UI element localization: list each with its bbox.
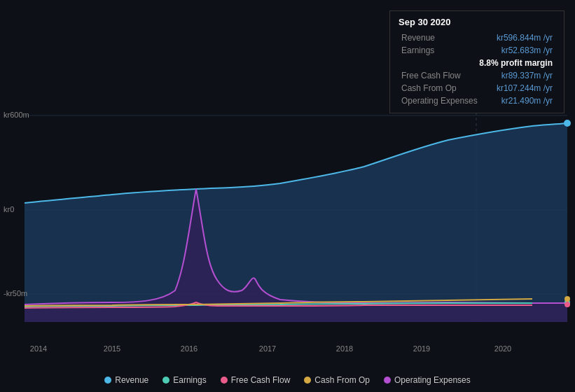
tooltip-row-profit-margin: 8.8% profit margin: [399, 57, 555, 69]
y-label-600m: kr600m: [4, 111, 29, 119]
chart-container: kr600m kr0 -kr50m 2014 2015 2016 2017 20…: [0, 0, 575, 392]
x-label-2020: 2020: [494, 344, 511, 353]
x-label-2018: 2018: [336, 344, 353, 353]
chart-legend: Revenue Earnings Free Cash Flow Cash Fro…: [0, 375, 575, 385]
x-label-2016: 2016: [181, 344, 198, 353]
tooltip-box: Sep 30 2020 Revenue kr596.844m /yr Earni…: [389, 10, 564, 113]
legend-item-revenue[interactable]: Revenue: [104, 375, 148, 385]
x-label-2019: 2019: [413, 344, 430, 353]
legend-item-fcf[interactable]: Free Cash Flow: [221, 375, 291, 385]
tooltip-row-earnings: Earnings kr52.683m /yr: [399, 44, 555, 57]
tooltip-table: Revenue kr596.844m /yr Earnings kr52.683…: [399, 31, 555, 107]
svg-point-9: [564, 302, 570, 307]
tooltip-row-revenue: Revenue kr596.844m /yr: [399, 31, 555, 44]
tooltip-label-fcf: Free Cash Flow: [399, 69, 488, 82]
legend-item-earnings[interactable]: Earnings: [162, 375, 206, 385]
x-label-2014: 2014: [30, 344, 47, 353]
tooltip-date: Sep 30 2020: [399, 17, 555, 27]
x-label-2015: 2015: [104, 344, 120, 353]
legend-label-revenue: Revenue: [115, 375, 148, 385]
legend-label-fcf: Free Cash Flow: [231, 375, 291, 385]
svg-point-6: [564, 120, 571, 127]
legend-item-opex[interactable]: Operating Expenses: [384, 375, 471, 385]
legend-item-cfo[interactable]: Cash From Op: [304, 375, 370, 385]
tooltip-row-cfo: Cash From Op kr107.244m /yr: [399, 82, 555, 94]
legend-label-cfo: Cash From Op: [314, 375, 370, 385]
tooltip-value-revenue: kr596.844m /yr: [488, 31, 555, 44]
legend-dot-fcf: [221, 377, 228, 384]
tooltip-label-earnings: Earnings: [399, 44, 488, 57]
y-label-neg50m: -kr50m: [4, 289, 27, 298]
legend-label-opex: Operating Expenses: [394, 375, 471, 385]
tooltip-row-fcf: Free Cash Flow kr89.337m /yr: [399, 69, 555, 82]
tooltip-value-fcf: kr89.337m /yr: [488, 69, 555, 82]
tooltip-label-opex: Operating Expenses: [399, 94, 488, 107]
tooltip-label-cfo: Cash From Op: [399, 82, 488, 94]
y-label-0: kr0: [4, 205, 14, 214]
legend-label-earnings: Earnings: [173, 375, 206, 385]
legend-dot-cfo: [304, 377, 311, 384]
tooltip-profit-margin: 8.8% profit margin: [399, 57, 555, 69]
tooltip-value-earnings: kr52.683m /yr: [488, 44, 555, 57]
tooltip-row-opex: Operating Expenses kr21.490m /yr: [399, 94, 555, 107]
tooltip-value-cfo: kr107.244m /yr: [488, 82, 555, 94]
tooltip-label-revenue: Revenue: [399, 31, 488, 44]
tooltip-value-opex: kr21.490m /yr: [488, 94, 555, 107]
x-label-2017: 2017: [259, 344, 276, 353]
legend-dot-revenue: [104, 377, 111, 384]
legend-dot-earnings: [162, 377, 169, 384]
legend-dot-opex: [384, 377, 391, 384]
svg-point-10: [564, 296, 570, 302]
